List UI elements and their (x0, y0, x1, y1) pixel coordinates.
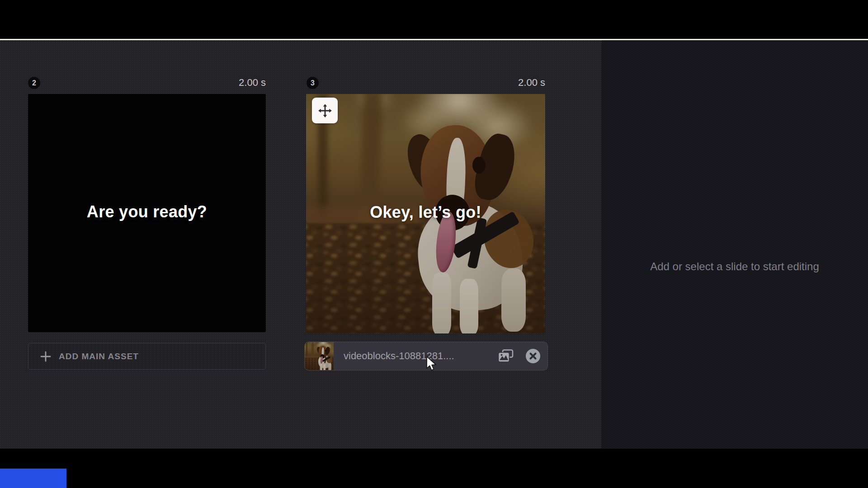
progress-indicator (0, 469, 66, 488)
bottom-bar (0, 449, 868, 488)
media-dim-overlay (305, 342, 334, 370)
move-icon (317, 103, 333, 118)
replace-media-button[interactable] (498, 349, 514, 363)
plus-icon (39, 350, 52, 363)
slides-workspace: 2 2.00 s Are you ready? ADD MAIN ASSET 3… (0, 40, 868, 449)
asset-thumbnail (305, 342, 334, 370)
empty-state-message: Add or select a slide to start editing (601, 260, 868, 273)
slide-number: 3 (311, 79, 315, 87)
slide-3-canvas[interactable]: Okey, let’s go! (306, 94, 545, 333)
app-window: 2 2.00 s Are you ready? ADD MAIN ASSET 3… (0, 0, 868, 488)
add-main-asset-button[interactable]: ADD MAIN ASSET (28, 343, 266, 370)
asset-filename: videoblocks-10881281.... (344, 350, 498, 362)
add-main-asset-label: ADD MAIN ASSET (59, 352, 139, 361)
slide-2-number-badge: 2 (28, 77, 40, 89)
asset-thumbnail-media (305, 342, 334, 370)
slide-2-caption: Are you ready? (28, 202, 266, 221)
editor-panel: Add or select a slide to start editing (601, 40, 868, 449)
slide-number: 2 (32, 79, 36, 87)
remove-asset-button[interactable] (525, 348, 541, 364)
slide-3-duration: 2.00 s (482, 76, 545, 89)
asset-chip[interactable]: videoblocks-10881281.... (304, 342, 548, 371)
slide-2-canvas[interactable]: Are you ready? (28, 94, 266, 332)
asset-thumbnail-art (305, 342, 334, 370)
move-slide-handle[interactable] (312, 98, 338, 123)
close-icon (525, 348, 541, 364)
top-bar (0, 0, 868, 39)
slide-3-caption: Okey, let’s go! (306, 203, 545, 222)
slide-2-duration: 2.00 s (203, 76, 266, 89)
image-icon (498, 349, 514, 363)
slide-3-number-badge: 3 (307, 77, 319, 89)
